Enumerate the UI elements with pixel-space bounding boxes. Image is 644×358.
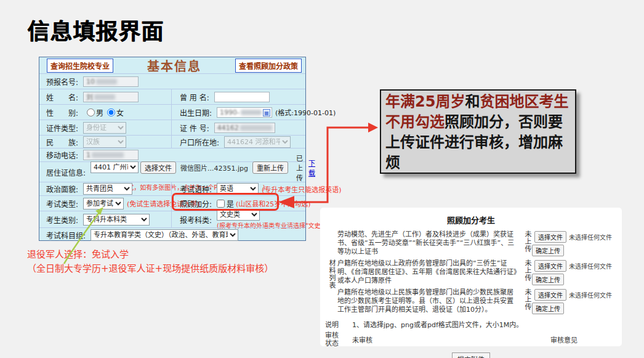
political-label: 政治面貌: <box>46 184 78 194</box>
bonus-panel-title: 照顾加分考生 <box>325 214 617 226</box>
residence-label: 居住证信息: <box>46 167 86 177</box>
row-category-subject: 考生类别: 专科升本科类 报考科类: 文史类 (报考专升本的外语类专业请选择"文… <box>39 211 305 227</box>
pre-reg-no-label: 预报名号: <box>46 76 78 87</box>
exam-language-hint: (专升本考生只能选报英语) <box>262 184 342 194</box>
candidate-category-label: 考生类别: <box>46 214 78 225</box>
candidate-category-select[interactable]: 专科升本科类 <box>83 214 150 226</box>
submit-attachments-button[interactable]: 提交附件 <box>452 352 490 358</box>
bonus-checkbox[interactable] <box>217 200 225 208</box>
gender-female-label: 女 <box>116 107 124 118</box>
household-label: 户口所在地: <box>180 137 219 147</box>
material-item-1-text: 劳动模范、先进生产（工作）者及科技进步（成果）奖获证书、省级“五一劳动奖章”“新… <box>337 230 520 256</box>
id-no-input[interactable]: 44162 <box>214 123 275 133</box>
household-select[interactable]: 441624 河源和平 <box>224 136 291 148</box>
row-name: 姓 名: 刘 曾 用 名: <box>39 89 305 104</box>
callout-seg1: 年满25周岁 <box>385 93 465 110</box>
basic-info-form: 查询招生院校专业 基本信息 查看照顾加分政策 预报名号: 10 姓 名: 刘 曾… <box>39 57 306 241</box>
exam-subject-group-select[interactable]: 专升本教育学类（文史）（政治、外语、教育理论） <box>91 229 238 241</box>
panel-note-row: 说明 1、请选择jpg、png或者pdf格式图片文件，大小1M内。 <box>325 319 617 329</box>
pre-reg-no-input[interactable]: 10 <box>83 76 139 87</box>
veteran-note: 退役军人选择：免试入学 （全日制大专学历+退役军人证+现场提供纸质版材料审核） <box>27 248 273 276</box>
material-item-2-no-file-text: 未选择任何文件 <box>569 261 612 271</box>
age-bonus-callout: 年满25周岁和贫困地区考生不用勾选照顾加分，否则要上传证件进行审核，增加麻烦 <box>380 89 576 174</box>
audit-status-label: 审核状态 <box>325 332 344 348</box>
political-select[interactable]: 共青团员 <box>83 183 132 195</box>
material-item-3-status: 未上传 <box>521 288 533 314</box>
bonus-candidates-panel: 照顾加分考生 材料列表 劳动模范、先进生产（工作）者及科技进步（成果）奖获证书、… <box>320 208 622 346</box>
audit-opinion-label: 审核意见 <box>550 335 578 344</box>
row-political-language: 政治面貌: 共青团员 考试语种: 英语 (专升本考生只能选报英语) <box>39 182 305 195</box>
query-colleges-button[interactable]: 查询招生院校专业 <box>47 59 113 73</box>
calendar-icon[interactable]: ▦ <box>263 109 270 116</box>
material-item-2-text: 户籍所在地地级以上政府侨务管理部门出具的“三侨生”证明、《台湾居民居住证》、五年… <box>337 259 520 285</box>
exam-language-label: 考试语种: <box>180 184 212 194</box>
material-item-1: 劳动模范、先进生产（工作）者及科技进步（成果）奖获证书、省级“五一劳动奖章”“新… <box>337 230 617 256</box>
material-item-3: 户籍所在地地级以上民族事务管理部门出具的少数民族聚居地的少数民族考生证明等。县（… <box>337 288 617 314</box>
gender-label: 性 别: <box>46 107 78 118</box>
birth-date-label: 出生日期: <box>180 107 212 118</box>
material-item-1-upload-button[interactable]: 确定上传 <box>532 245 564 256</box>
row-residence: 居住证信息: 4401 广州市 选择文件 微信图片...42351.jpg 重新… <box>39 161 305 182</box>
gender-female-radio[interactable] <box>107 108 115 116</box>
name-label: 姓 名: <box>46 92 78 102</box>
id-type-label: 证件类型: <box>46 123 78 133</box>
former-name-label: 曾 用 名: <box>180 92 209 102</box>
residence-reupload-button[interactable]: 重新上传 <box>252 161 288 174</box>
row-pre-reg-no: 预报名号: 10 <box>39 73 305 89</box>
former-name-input[interactable] <box>214 92 270 102</box>
material-item-1-no-file-text: 未选择任何文件 <box>569 232 612 242</box>
material-item-3-choose-file-button[interactable]: 选择文件 <box>534 289 566 301</box>
gender-male-radio[interactable] <box>87 108 95 116</box>
residence-choose-file-button[interactable]: 选择文件 <box>140 161 176 174</box>
form-title: 基本信息 <box>147 57 201 75</box>
subject-category-label: 报考科类: <box>180 214 212 225</box>
residence-download-link[interactable]: 下载 <box>308 158 315 177</box>
audit-row: 审核状态 未审核 审核意见 <box>325 332 617 348</box>
material-item-2-status: 未上传 <box>521 259 533 285</box>
form-header: 查询招生院校专业 基本信息 查看照顾加分政策 <box>39 57 305 73</box>
material-item-3-text: 户籍所在地地级以上民族事务管理部门出具的少数民族聚居地的少数民族考生证明等。县（… <box>337 288 520 314</box>
ethnic-label: 民 族: <box>46 137 78 147</box>
veteran-note-line2: （全日制大专学历+退役军人证+现场提供纸质版材料审核） <box>27 262 273 276</box>
name-input[interactable]: 刘 <box>83 92 139 102</box>
material-item-1-choose-file-button[interactable]: 选择文件 <box>534 231 566 243</box>
exam-type-label: 考试类型: <box>46 198 78 209</box>
birth-date-input[interactable]: 1990- ▦ <box>217 107 272 118</box>
audit-status-value: 未审核 <box>352 335 372 344</box>
material-item-3-upload-button[interactable]: 确定上传 <box>532 303 564 314</box>
id-type-select[interactable]: 身份证 <box>83 122 126 134</box>
bonus-label: 照顾加分: <box>180 198 212 209</box>
material-item-2-choose-file-button[interactable]: 选择文件 <box>534 260 566 272</box>
material-item-2-upload-button[interactable]: 确定上传 <box>532 274 564 285</box>
subject-category-select[interactable]: 文史类 <box>217 209 260 221</box>
row-subject-group: 考试科目组: 专升本教育学类（文史）（政治、外语、教育理论） <box>39 227 305 242</box>
material-list-label: 材料列表 <box>325 230 337 317</box>
callout-seg2: 和 <box>465 93 480 110</box>
material-item-3-no-file-text: 未选择任何文件 <box>569 290 612 299</box>
mobile-label: 移动电话: <box>46 150 78 160</box>
exam-type-select[interactable]: 参加考试 <box>83 198 124 210</box>
material-item-1-status: 未上传 <box>521 230 533 256</box>
residence-file-name: 微信图片...42351.jpg <box>180 163 248 173</box>
row-idtype-idno: 证件类型: 身份证 证 件 号: 44162 <box>39 120 305 135</box>
ethnic-select[interactable]: 汉族 <box>83 136 126 148</box>
exam-subject-group-label: 考试科目组: <box>46 230 86 240</box>
residence-upload-status: 已上传 <box>296 153 303 182</box>
exam-language-select[interactable]: 英语 <box>217 183 259 195</box>
gender-male-label: 男 <box>96 107 103 118</box>
veteran-note-line1: 退役军人选择：免试入学 <box>27 248 273 262</box>
page-title: 信息填报界面 <box>27 14 164 46</box>
row-ethnic-household: 民 族: 汉族 户口所在地: 441624 河源和平 <box>39 135 305 148</box>
residence-region-select[interactable]: 4401 广州市 <box>91 161 139 173</box>
view-bonus-policy-button[interactable]: 查看照顾加分政策 <box>235 59 302 73</box>
id-no-label: 证 件 号: <box>180 123 209 133</box>
red-arrowhead-right-icon <box>368 123 378 132</box>
birth-date-hint: (格式:1990-01-01) <box>275 107 336 117</box>
material-item-2: 户籍所在地地级以上政府侨务管理部门出具的“三侨生”证明、《台湾居民居住证》、五年… <box>337 259 617 285</box>
note-label: 说明 <box>325 319 344 329</box>
row-gender-birth: 性 别: 男 女 出生日期: 1990- ▦ (格式:1990-01-01) <box>39 104 305 120</box>
bonus-checkbox-label: 是 <box>227 198 234 209</box>
note-text: 1、请选择jpg、png或者pdf格式图片文件，大小1M内。 <box>352 319 523 329</box>
bonus-hint: (山区县和25岁不用勾选) <box>236 198 311 208</box>
